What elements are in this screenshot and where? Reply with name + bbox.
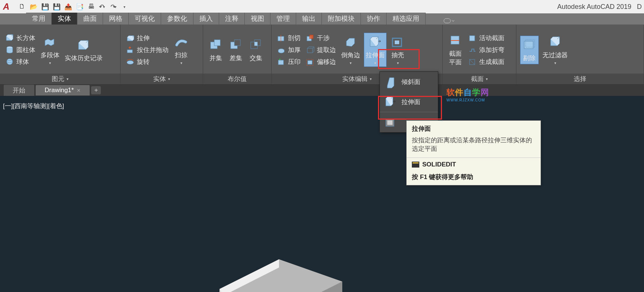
tab-annotate[interactable]: 注释 (219, 13, 245, 25)
revolve-button[interactable]: 旋转 (124, 56, 170, 67)
tab-collaborate[interactable]: 协作 (361, 13, 387, 25)
nofilter-button[interactable]: 无过滤器 ▾ (541, 33, 569, 66)
solid-history-button[interactable]: 实体历史记录 (63, 36, 104, 64)
generate-button[interactable]: 生成截面 (467, 56, 506, 67)
qat-export-button[interactable]: 📤 (63, 1, 74, 12)
tab-surface[interactable]: 曲面 (77, 13, 103, 25)
panel-title-boolean: 布尔值 (203, 74, 271, 84)
subtract-button[interactable]: 差集 (227, 36, 245, 64)
qat-saveas-button[interactable]: 💾 (51, 1, 62, 12)
addjog-button[interactable]: 添加折弯 (467, 44, 506, 55)
taperface-icon (384, 75, 398, 89)
offsetedge-icon (306, 57, 315, 66)
interfere-button[interactable]: 干涉 (304, 32, 337, 43)
chevron-down-icon: ▾ (49, 61, 51, 65)
chevron-down-icon: ▾ (67, 77, 68, 81)
doc-tab-start[interactable]: 开始 (4, 85, 34, 96)
chevron-down-icon: ▾ (168, 77, 170, 81)
panel-selection: 剔除 无过滤器 ▾ 选择 (516, 25, 644, 84)
tab-insert[interactable]: 插入 (193, 13, 219, 25)
qat-customize-button[interactable]: ▾ (120, 1, 131, 12)
extrude-icon (126, 33, 135, 42)
svg-rect-43 (413, 162, 419, 163)
union-button[interactable]: 并集 (207, 36, 225, 64)
tab-addins[interactable]: 附加模块 (322, 13, 361, 25)
chevron-down-icon: ▾ (103, 5, 107, 9)
thicken-icon (277, 45, 286, 54)
intersect-icon (249, 38, 263, 52)
panel-boolean: 并集 差集 交集 布尔值 (203, 25, 272, 84)
cylinder-button[interactable]: 圆柱体 (4, 44, 37, 55)
qat-save-button[interactable]: 💾 (39, 1, 51, 12)
new-tab-button[interactable]: + (91, 86, 101, 94)
tooltip-command: SOLIDEDIT (407, 158, 541, 171)
chevron-down-icon: ▾ (554, 61, 556, 65)
intersect-button[interactable]: 交集 (247, 36, 265, 64)
model-solid[interactable] (201, 226, 357, 292)
sectionplane-button[interactable]: 截面 平面 (446, 32, 464, 68)
document-tabs: 开始 Drawing1*✕ + (0, 85, 644, 96)
sweep-button[interactable]: 扫掠 ▾ (172, 33, 190, 66)
thicken-button[interactable]: 加厚 (275, 44, 302, 55)
tab-featured[interactable]: 精选应用 (387, 13, 426, 25)
qat-new-button[interactable]: 🗋 (16, 1, 28, 12)
ribbon-tabbar: 常用 实体 曲面 网格 可视化 参数化 插入 注释 视图 管理 输出 附加模块 … (0, 13, 644, 25)
box-button[interactable]: 长方体 (4, 32, 37, 43)
chevron-down-icon: ▾ (124, 5, 127, 9)
doc-tab-drawing1[interactable]: Drawing1*✕ (36, 85, 90, 95)
presspull-icon (126, 45, 135, 54)
extrudeface-icon (384, 95, 398, 109)
quick-access-toolbar: 🗋 📂 💾 💾 📤 📑 🖶 ↶▾ ↷▾ ▾ (16, 1, 131, 12)
presspull-button[interactable]: 按住并拖动 (124, 44, 170, 55)
panel-solid: 拉伸 按住并拖动 旋转 扫掠 ▾ 实体▾ (121, 25, 203, 84)
interfere-icon (306, 33, 315, 42)
extrudeface-item[interactable]: 拉伸面 (380, 92, 438, 112)
qat-print-button[interactable]: 🖶 (86, 1, 97, 12)
shell-button[interactable]: 抽壳 ▾ (389, 33, 407, 66)
extrude-button[interactable]: 拉伸 (124, 32, 170, 43)
revolve-icon (126, 57, 135, 66)
chamferedge-icon (343, 35, 358, 49)
qat-open-button[interactable]: 📂 (28, 1, 39, 12)
tab-output[interactable]: 输出 (296, 13, 322, 25)
taperface-item[interactable]: 倾斜面 (380, 72, 438, 92)
sphere-button[interactable]: 球体 (4, 56, 37, 67)
watermark-url: WWW.RJZXW.COM (446, 98, 489, 102)
close-icon[interactable]: ✕ (77, 88, 81, 93)
slice-icon (277, 33, 286, 42)
offsetedge-button[interactable]: 偏移边 (304, 56, 337, 67)
svg-rect-26 (395, 40, 399, 44)
qat-redo-button[interactable]: ↷▾ (109, 1, 120, 12)
slice-button[interactable]: 剖切 (275, 32, 302, 43)
tab-view[interactable]: 视图 (245, 13, 270, 25)
svg-rect-12 (234, 40, 240, 46)
tab-visualize[interactable]: 可视化 (129, 13, 161, 25)
extractedges-button[interactable]: 提取边 (304, 44, 337, 55)
extrudeface-button[interactable]: 拉伸面 ▾ (364, 33, 387, 67)
chevron-down-icon: ▾ (180, 61, 182, 65)
svg-point-18 (279, 59, 281, 60)
culling-button[interactable]: 剔除 (520, 36, 539, 64)
tab-parametric[interactable]: 参数化 (161, 13, 193, 25)
viewport-label[interactable]: [一][西南等轴测][着色] (3, 102, 64, 110)
tab-home[interactable]: 常用 (26, 13, 52, 25)
chamferedge-button[interactable]: 倒角边 ▾ (340, 33, 362, 66)
tab-mesh[interactable]: 网格 (103, 13, 129, 25)
imprint-button[interactable]: 压印 (275, 56, 302, 67)
qat-plot-button[interactable]: 📑 (74, 1, 85, 12)
app-logo-icon[interactable]: A (3, 1, 13, 12)
svg-rect-22 (308, 61, 312, 64)
qat-undo-button[interactable]: ↶▾ (97, 1, 108, 12)
chevron-down-icon: ▾ (374, 61, 376, 65)
tab-options-button[interactable] (443, 18, 454, 25)
panel-title-section: 截面▾ (443, 74, 516, 84)
generate-icon (468, 57, 477, 66)
plus-icon: + (94, 87, 98, 94)
box-icon (5, 33, 14, 42)
tab-solid[interactable]: 实体 (52, 13, 77, 25)
sphere-icon (5, 57, 14, 66)
tab-manage[interactable]: 管理 (270, 13, 296, 25)
livesection-button[interactable]: 活动截面 (467, 32, 506, 43)
polysolid-button[interactable]: 多段体 ▾ (39, 33, 61, 66)
viewport[interactable]: [一][西南等轴测][着色] (0, 96, 644, 292)
